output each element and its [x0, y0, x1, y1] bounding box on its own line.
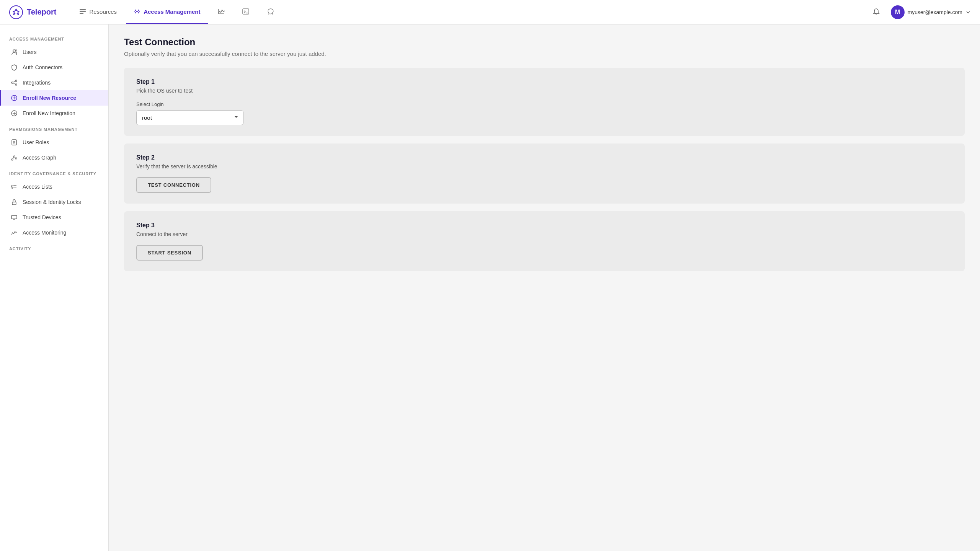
user-roles-icon [10, 139, 18, 146]
nav-access-management[interactable]: Access Management [126, 0, 208, 24]
avatar: M [891, 5, 905, 19]
bell-icon [872, 8, 880, 16]
sidebar-section-permissions: Permissions Management [0, 121, 108, 135]
page-title: Test Connection [124, 37, 965, 47]
layout: Access Management Users Auth Connectors [0, 24, 980, 551]
svg-point-38 [12, 187, 13, 189]
main-content: Test Connection Optionally verify that y… [109, 24, 980, 551]
svg-rect-2 [80, 9, 86, 10]
monitoring-icon [10, 229, 18, 236]
sidebar-item-access-lists[interactable]: Access Lists [0, 179, 108, 194]
start-session-button[interactable]: START SESSION [136, 245, 203, 261]
shield-icon [10, 64, 18, 71]
integrations-icon [10, 79, 18, 86]
svg-rect-43 [12, 202, 16, 205]
nav-resources[interactable]: Resources [72, 0, 124, 24]
graph-icon [10, 154, 18, 161]
user-email: myuser@example.com [908, 9, 962, 15]
nav-brain[interactable] [259, 0, 283, 24]
svg-rect-3 [80, 11, 86, 12]
notifications-button[interactable] [869, 5, 883, 19]
svg-line-35 [15, 157, 15, 158]
svg-rect-44 [11, 215, 17, 219]
sidebar-item-trusted-devices[interactable]: Trusted Devices [0, 210, 108, 225]
svg-rect-27 [12, 140, 16, 145]
select-login-label: Select Login [136, 101, 952, 107]
svg-point-5 [135, 11, 136, 12]
step-1-title: Step 1 [136, 78, 952, 85]
sidebar-item-enroll-new-resource[interactable]: Enroll New Resource [0, 90, 108, 106]
step-3-card: Step 3 Connect to the server START SESSI… [124, 211, 965, 271]
step-2-card: Step 2 Verify that the server is accessi… [124, 143, 965, 204]
sidebar-item-access-monitoring[interactable]: Access Monitoring [0, 225, 108, 240]
chevron-down-icon [965, 10, 971, 15]
users-icon [10, 48, 18, 56]
svg-point-36 [12, 185, 13, 186]
step-2-description: Verify that the server is accessible [136, 163, 952, 170]
step-1-description: Pick the OS user to test [136, 88, 952, 94]
svg-rect-12 [243, 9, 249, 14]
resources-nav-icon [79, 8, 86, 15]
svg-point-17 [15, 80, 17, 82]
sidebar-item-user-roles[interactable]: User Roles [0, 135, 108, 150]
logo[interactable]: Teleport [9, 5, 56, 19]
svg-point-1 [15, 11, 18, 14]
activity-nav-icon [217, 8, 225, 15]
sidebar-item-users[interactable]: Users [0, 44, 108, 60]
sidebar-section-access-management: Access Management [0, 31, 108, 44]
lock-icon [10, 198, 18, 206]
user-menu[interactable]: M myuser@example.com [891, 5, 971, 19]
plus-circle-icon-integration [10, 109, 18, 117]
top-nav: Teleport Resources Access Management [0, 0, 980, 24]
access-management-nav-icon [134, 8, 140, 15]
svg-point-18 [15, 84, 17, 85]
brain-nav-icon [266, 8, 275, 15]
sidebar-item-session-identity-locks[interactable]: Session & Identity Locks [0, 194, 108, 210]
access-lists-icon [10, 183, 18, 191]
svg-rect-4 [80, 13, 83, 14]
test-connection-button[interactable]: TEST CONNECTION [136, 177, 211, 193]
sidebar-item-integrations[interactable]: Integrations [0, 75, 108, 90]
step-3-description: Connect to the server [136, 231, 952, 237]
login-select[interactable]: root ubuntu ec2-user admin [136, 110, 243, 125]
nav-right: M myuser@example.com [869, 5, 971, 19]
nav-items: Resources Access Management [72, 0, 869, 24]
sidebar: Access Management Users Auth Connectors [0, 24, 109, 551]
step-3-title: Step 3 [136, 222, 952, 229]
svg-line-19 [13, 81, 15, 82]
nav-activity[interactable] [210, 0, 233, 24]
step-2-title: Step 2 [136, 154, 952, 161]
sidebar-item-auth-connectors[interactable]: Auth Connectors [0, 60, 108, 75]
svg-point-16 [11, 82, 13, 83]
svg-point-15 [15, 50, 17, 51]
svg-line-20 [13, 83, 15, 84]
svg-point-6 [138, 11, 139, 12]
svg-point-31 [11, 159, 13, 160]
plus-circle-icon-resource [10, 94, 18, 102]
sidebar-section-identity: Identity Governance & Security [0, 165, 108, 179]
device-icon [10, 214, 18, 221]
login-select-wrapper: root ubuntu ec2-user admin [136, 110, 243, 125]
sidebar-item-enroll-new-integration[interactable]: Enroll New Integration [0, 106, 108, 121]
nav-terminal[interactable] [234, 0, 257, 24]
step-1-card: Step 1 Pick the OS user to test Select L… [124, 68, 965, 136]
page-subtitle: Optionally verify that you can successfu… [124, 51, 965, 57]
sidebar-section-activity: Activity [0, 240, 108, 254]
svg-line-34 [13, 157, 13, 159]
sidebar-item-access-graph[interactable]: Access Graph [0, 150, 108, 165]
svg-point-14 [13, 50, 15, 52]
terminal-nav-icon [242, 8, 250, 15]
teleport-logo-icon [9, 5, 23, 19]
